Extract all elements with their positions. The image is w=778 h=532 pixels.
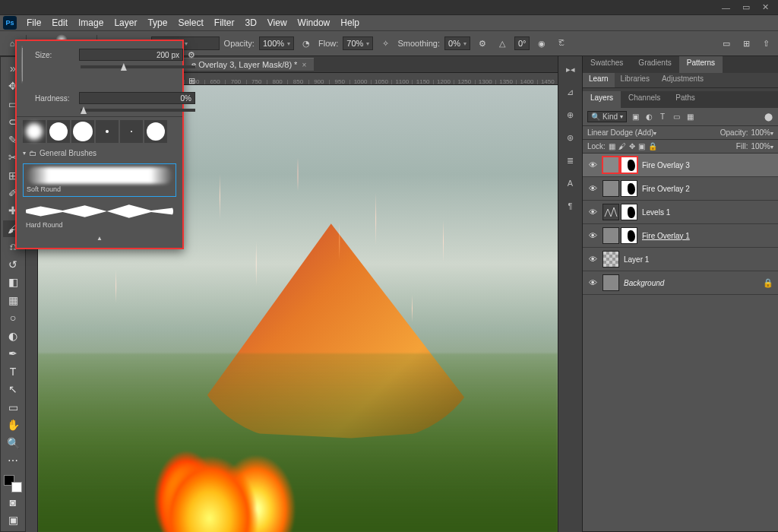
character-panel-icon[interactable]: A	[562, 175, 579, 192]
opacity-field[interactable]: 100%▾	[259, 36, 294, 50]
share-icon[interactable]: ⇧	[758, 36, 773, 51]
color-panel-icon[interactable]: ▸◂	[562, 61, 579, 78]
tab-learn[interactable]: Learn	[583, 73, 615, 87]
tab-adjustments[interactable]: Adjustments	[656, 73, 710, 87]
layer-row[interactable]: 👁Layer 1	[583, 248, 778, 271]
history-brush-tool[interactable]: ↺	[3, 256, 23, 272]
recent-brush[interactable]	[23, 120, 46, 143]
brush-angle-display[interactable]	[21, 46, 23, 84]
layer-thumbnail[interactable]	[602, 274, 619, 291]
color-swatches[interactable]	[4, 475, 22, 492]
properties-panel-icon[interactable]: ≣	[562, 152, 579, 169]
angle-field[interactable]: 0°	[514, 36, 530, 50]
tab-swatches[interactable]: Swatches	[583, 56, 631, 73]
visibility-icon[interactable]: 👁	[587, 160, 598, 169]
layer-row[interactable]: 👁Levels 1	[583, 201, 778, 224]
layer-thumbnail[interactable]	[602, 251, 619, 268]
visibility-icon[interactable]: 👁	[587, 255, 598, 264]
blend-mode-select[interactable]: Linear Dodge (Add)▾	[587, 128, 671, 137]
pen-tool[interactable]: ✒	[3, 346, 23, 362]
quick-mask-icon[interactable]: ◙	[3, 494, 23, 510]
airbrush-icon[interactable]: ✧	[378, 36, 393, 51]
menu-type[interactable]: Type	[142, 17, 172, 28]
tab-channels[interactable]: Channels	[621, 91, 668, 108]
blur-tool[interactable]: ○	[3, 310, 23, 326]
recent-brush[interactable]	[120, 120, 143, 143]
menu-edit[interactable]: Edit	[46, 17, 73, 28]
screen-mode-icon[interactable]: ▣	[3, 512, 23, 528]
history-panel-icon[interactable]: ⊕	[562, 106, 579, 123]
brush-size-slider[interactable]	[81, 65, 195, 68]
symmetry-icon[interactable]: ఔ	[554, 36, 569, 51]
menu-file[interactable]: File	[21, 17, 46, 28]
tab-gradients[interactable]: Gradients	[631, 56, 678, 73]
smoothing-field[interactable]: 0%▾	[444, 36, 470, 50]
eraser-tool[interactable]: ◧	[3, 274, 23, 290]
close-icon[interactable]: ✕	[762, 2, 769, 12]
recent-brush[interactable]	[144, 120, 167, 143]
layer-opacity-field[interactable]: 100%▾	[751, 128, 773, 137]
visibility-icon[interactable]: 👁	[587, 231, 598, 240]
tab-paths[interactable]: Paths	[668, 91, 703, 108]
tab-libraries[interactable]: Libraries	[615, 73, 656, 87]
layer-name[interactable]: Fire Overlay 1	[642, 232, 690, 240]
maximize-icon[interactable]: ▭	[742, 2, 750, 12]
paragraph-panel-icon[interactable]: ¶	[562, 198, 579, 214]
menu-filter[interactable]: Filter	[209, 17, 240, 28]
lock-all-icon[interactable]: 🔒	[648, 142, 657, 150]
layer-name[interactable]: Fire Overlay 2	[642, 185, 690, 193]
tab-layers[interactable]: Layers	[583, 91, 621, 108]
layer-row[interactable]: 👁Fire Overlay 3	[583, 154, 778, 177]
resize-handle-icon[interactable]: ▲	[17, 235, 182, 242]
menu-image[interactable]: Image	[73, 17, 109, 28]
filter-toggle-icon[interactable]: ⬤	[763, 112, 773, 122]
mask-thumbnail[interactable]	[621, 157, 637, 173]
document-tab[interactable]: e Overlay 3, Layer Mask/8) *×	[184, 58, 314, 71]
arrange-icon[interactable]: ⊞	[738, 36, 754, 51]
pressure-opacity-icon[interactable]: ◔	[299, 36, 314, 51]
minimize-icon[interactable]: —	[722, 3, 730, 12]
mask-thumbnail[interactable]	[621, 204, 637, 220]
mask-thumbnail[interactable]	[621, 227, 637, 244]
dodge-tool[interactable]: ◐	[3, 328, 23, 344]
menu-view[interactable]: View	[262, 17, 293, 28]
zoom-tool[interactable]: 🔍	[3, 435, 23, 451]
visibility-icon[interactable]: 👁	[587, 278, 598, 287]
lock-pixels-icon[interactable]: 🖌	[618, 142, 626, 150]
recent-brush[interactable]	[71, 120, 94, 143]
layer-name[interactable]: Fire Overlay 3	[642, 161, 690, 169]
brushes-panel-icon[interactable]: ⊿	[562, 84, 579, 100]
visibility-icon[interactable]: 👁	[587, 184, 598, 193]
navigator-panel-icon[interactable]: ⊛	[562, 129, 579, 146]
layer-row[interactable]: 👁Fire Overlay 2	[583, 177, 778, 201]
brush-preset-item[interactable]: Soft Round	[23, 163, 176, 197]
lock-transparency-icon[interactable]: ▦	[609, 142, 615, 150]
hand-tool[interactable]: ✋	[3, 416, 23, 432]
rectangle-tool[interactable]: ▭	[3, 399, 23, 415]
mask-thumbnail[interactable]	[621, 180, 637, 197]
layer-name[interactable]: Layer 1	[624, 255, 649, 264]
visibility-icon[interactable]: 👁	[587, 207, 598, 217]
layer-thumbnail[interactable]	[602, 157, 619, 173]
filter-smart-icon[interactable]: ▦	[685, 112, 695, 122]
fill-field[interactable]: 100%▾	[751, 142, 773, 150]
brush-group[interactable]: ▾ 🗀 General Brushes	[17, 146, 182, 160]
brush-hardness-input[interactable]	[79, 92, 195, 104]
close-tab-icon[interactable]: ×	[302, 61, 306, 69]
flow-field[interactable]: 70%▾	[343, 36, 373, 50]
more-tools[interactable]: ⋯	[3, 452, 23, 468]
brush-preset-item[interactable]: Hard Round	[23, 200, 176, 232]
gear-icon[interactable]: ⚙	[188, 50, 195, 60]
layer-name[interactable]: Levels 1	[642, 208, 670, 217]
layer-thumbnail[interactable]	[602, 204, 619, 220]
pressure-size-icon[interactable]: ◉	[534, 36, 549, 51]
type-tool[interactable]: T	[3, 363, 23, 379]
layer-row[interactable]: 👁Background🔒	[583, 271, 778, 295]
filter-shape-icon[interactable]: ▭	[671, 112, 682, 122]
disclosure-icon[interactable]: ▾	[23, 150, 26, 157]
layer-thumbnail[interactable]	[602, 180, 619, 197]
recent-brush[interactable]	[47, 120, 70, 143]
filter-type-icon[interactable]: T	[657, 112, 668, 122]
tab-patterns[interactable]: Patterns	[679, 56, 723, 73]
recent-brush[interactable]	[96, 120, 119, 143]
